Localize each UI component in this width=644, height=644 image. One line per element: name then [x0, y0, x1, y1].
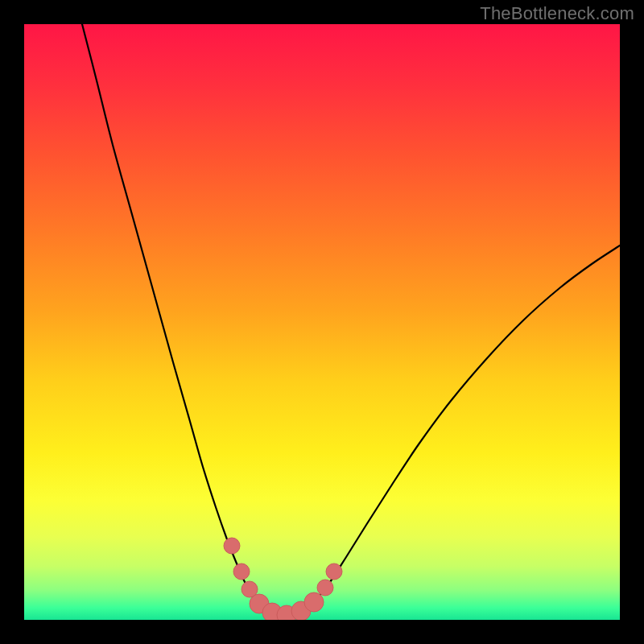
left-curve — [82, 24, 282, 616]
trough-markers — [224, 538, 342, 620]
watermark-text: TheBottleneck.com — [480, 3, 634, 24]
data-marker — [304, 592, 324, 612]
plot-area — [24, 24, 620, 620]
right-curve — [282, 246, 620, 616]
curves-layer — [24, 24, 620, 620]
data-marker — [317, 580, 333, 596]
chart-frame: TheBottleneck.com — [0, 0, 644, 644]
data-marker — [326, 564, 342, 580]
data-marker — [224, 538, 240, 554]
data-marker — [233, 564, 250, 580]
